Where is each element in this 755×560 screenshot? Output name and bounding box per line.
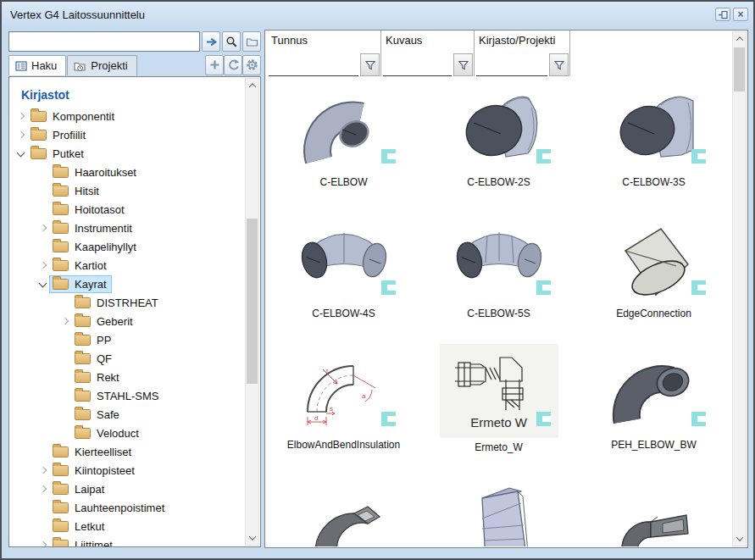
component-c-elbow-3s[interactable]: C-ELBOW-3S (576, 78, 731, 209)
chevron-collapsed-icon[interactable] (36, 482, 50, 496)
chevron-collapsed-icon[interactable] (14, 109, 28, 123)
go-button[interactable] (202, 31, 220, 52)
tree-item-kierteelliset[interactable]: Kierteelliset (9, 442, 245, 461)
component-thumbnail (302, 482, 386, 546)
scroll-up-icon[interactable] (733, 32, 746, 46)
component-thumbnail (612, 351, 697, 435)
tree-item-kaapelihyllyt[interactable]: Kaapelihyllyt (9, 237, 245, 256)
chevron-collapsed-icon[interactable] (36, 258, 50, 272)
tree-item-instrumentit[interactable]: Instrumentit (9, 219, 245, 237)
tree-item-label: Kartiot (75, 259, 107, 272)
tree-item-label: Haaroitukset (75, 166, 136, 179)
refresh-button[interactable] (224, 55, 242, 75)
chevron-collapsed-icon[interactable] (36, 538, 50, 546)
settings-button[interactable] (242, 55, 261, 75)
tree-item-kiintopisteet[interactable]: Kiintopisteet (9, 461, 245, 480)
folder-icon (53, 167, 69, 178)
tree-item-label: Kiintopisteet (75, 464, 135, 477)
tree-item-pp[interactable]: PP (9, 330, 245, 349)
component-item[interactable] (266, 472, 421, 546)
filter-button-tunnus[interactable] (360, 53, 380, 76)
folder-icon (75, 409, 91, 420)
tree-item-label: STAHL-SMS (97, 390, 158, 402)
add-button[interactable] (205, 55, 224, 75)
component-label: ElbowAndBendInsulation (287, 439, 400, 452)
component-thumbnail (612, 88, 697, 173)
tree-item-label: Rekt (97, 371, 119, 384)
component-badge (536, 149, 551, 164)
component-label: EdgeConnection (616, 308, 691, 320)
grid-scrollbar-thumb[interactable] (734, 47, 745, 91)
component-c-elbow-5s[interactable]: C-ELBOW-5S (421, 209, 576, 341)
component-c-elbow[interactable]: C-ELBOW (266, 78, 421, 209)
chevron-collapsed-icon[interactable] (36, 463, 50, 477)
sidebar-tabs: Haku Projekti (8, 54, 261, 75)
tree-item-liittimet[interactable]: Liittimet (9, 535, 245, 546)
pin-button[interactable] (715, 8, 730, 21)
tree-item-komponentit[interactable]: Komponentit (9, 107, 245, 125)
column-kirjasto-projekti[interactable]: Kirjasto/Projekti (475, 30, 570, 76)
scroll-down-icon[interactable] (733, 532, 746, 546)
tab-projekti[interactable]: Projekti (67, 55, 136, 75)
tree-item-label: DISTRHEAT (97, 297, 158, 309)
component-thumbnail (457, 482, 541, 546)
tab-projekti-label: Projekti (91, 59, 127, 72)
tree-item-putket[interactable]: Putket (9, 144, 245, 163)
tree-scrollbar[interactable] (245, 78, 259, 546)
tree-item-stahl-sms[interactable]: STAHL-SMS (9, 386, 245, 405)
column-kuvaus[interactable]: Kuvaus (381, 30, 475, 76)
filter-button-kuvaus[interactable] (453, 53, 473, 76)
tree-item-laipat[interactable]: Laipat (9, 480, 245, 498)
tree-item-haaroitukset[interactable]: Haaroitukset (9, 163, 245, 181)
tree-item-rekt[interactable]: Rekt (9, 368, 245, 386)
component-thumbnail (457, 88, 541, 173)
tree-item-kartiot[interactable]: Kartiot (9, 256, 245, 274)
tree-item-distrheat[interactable]: DISTRHEAT (9, 293, 245, 312)
dim-d: d (314, 414, 318, 422)
filter-button-kirjasto[interactable] (549, 53, 569, 76)
grid-scrollbar[interactable] (732, 31, 747, 546)
tree-item-veloduct[interactable]: Veloduct (9, 424, 245, 442)
tab-haku-label: Haku (31, 59, 57, 72)
component-edgeconnection[interactable]: EdgeConnection (576, 209, 731, 341)
component-item[interactable] (576, 472, 731, 546)
browse-folder-button[interactable] (242, 31, 261, 52)
chevron-collapsed-icon[interactable] (14, 128, 28, 141)
tree-item-label: Laipat (75, 483, 104, 496)
scroll-up-icon[interactable] (246, 79, 258, 92)
close-icon: × (737, 9, 743, 19)
tree-item-lauhteenpoistimet[interactable]: Lauhteenpoistimet (9, 498, 245, 517)
component-label: PEH_ELBOW_BW (611, 439, 697, 452)
tree-item-geberit[interactable]: Geberit (9, 312, 245, 330)
folder-icon (53, 223, 69, 234)
tree-item-safe[interactable]: Safe (9, 405, 245, 424)
chevron-expanded-icon[interactable] (36, 277, 50, 291)
component-c-elbow-2s[interactable]: C-ELBOW-2S (421, 78, 576, 209)
tree-item-letkut[interactable]: Letkut (9, 517, 245, 535)
chevron-collapsed-icon[interactable] (58, 314, 72, 328)
folder-icon (53, 241, 69, 252)
component-elbowandbendinsulation[interactable]: r a d s ElbowAndBendInsulation (266, 341, 421, 472)
tree-item-label: Instrumentit (75, 222, 132, 235)
tree-item-label: QF (97, 352, 112, 365)
component-thumbnail (612, 219, 697, 304)
tree-item-kayrat-selected[interactable]: Kayrat (9, 274, 245, 293)
close-button[interactable]: × (733, 8, 748, 21)
component-c-elbow-4s[interactable]: C-ELBOW-4S (266, 209, 421, 341)
column-tunnus[interactable]: Tunnus (267, 30, 381, 76)
tree-scrollbar-thumb[interactable] (247, 219, 258, 384)
tree-root-label: Kirjastot (9, 88, 245, 107)
component-ermeto-w[interactable]: Ermeto W Ermeto_W (421, 341, 576, 472)
scroll-down-icon[interactable] (246, 531, 258, 545)
component-peh-elbow-bw[interactable]: PEH_ELBOW_BW (576, 341, 731, 472)
tree-item-hoitotasot[interactable]: Hoitotasot (9, 200, 245, 219)
chevron-expanded-icon[interactable] (14, 147, 28, 160)
tab-haku[interactable]: Haku (8, 55, 66, 75)
component-item[interactable] (421, 472, 576, 546)
tree-item-profiilit[interactable]: Profiilit (9, 125, 245, 144)
tree-item-qf[interactable]: QF (9, 349, 245, 368)
chevron-collapsed-icon[interactable] (36, 221, 50, 235)
search-input[interactable] (8, 31, 200, 52)
search-button[interactable] (222, 31, 241, 52)
tree-item-hitsit[interactable]: Hitsit (9, 181, 245, 200)
